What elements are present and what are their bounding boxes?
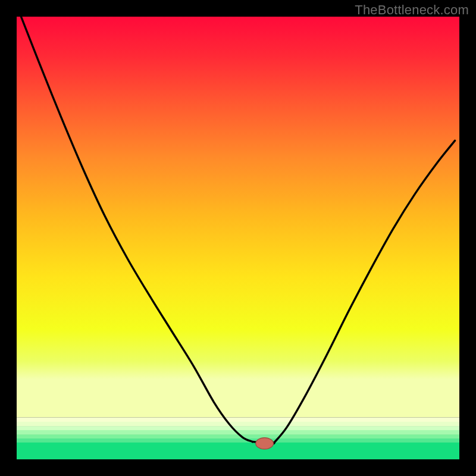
svg-rect-1 (17, 417, 459, 422)
svg-rect-7 (17, 443, 459, 459)
watermark-text: TheBottleneck.com (355, 2, 469, 18)
svg-rect-6 (17, 439, 459, 443)
plot-area (17, 17, 459, 459)
optimum-marker (256, 438, 274, 449)
svg-rect-0 (17, 17, 459, 417)
svg-rect-2 (17, 422, 459, 427)
chart-svg (17, 17, 459, 459)
svg-rect-5 (17, 434, 459, 439)
svg-rect-3 (17, 426, 459, 430)
chart-frame: TheBottleneck.com (0, 0, 476, 476)
